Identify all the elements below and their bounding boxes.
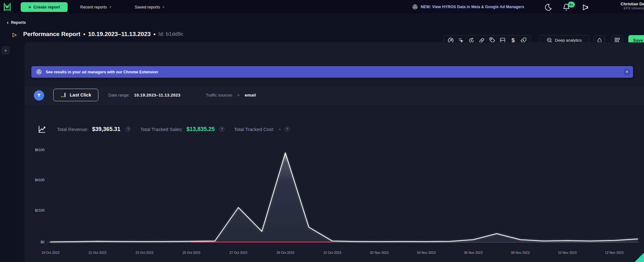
chevron-down-icon: ∨	[109, 5, 112, 8]
user-name: Christian Davi	[608, 2, 644, 6]
report-title: Performance Report	[23, 31, 80, 38]
notification-count-badge[interactable]: 9+	[568, 2, 575, 8]
page-title: Performance Report • 10.19.2023–11.13.20…	[23, 31, 183, 38]
report-id: Id: b1dd9c	[158, 31, 184, 37]
svg-text:31 Oct 2023: 31 Oct 2023	[323, 251, 341, 254]
saved-reports-menu[interactable]: Saved reports ∨	[135, 0, 165, 14]
svg-text:12 Nov 2023: 12 Nov 2023	[605, 251, 624, 254]
report-header: ‹ Reports Performance Report • 10.19.202…	[0, 14, 644, 42]
svg-text:08 Nov 2023: 08 Nov 2023	[511, 251, 530, 254]
hyros-logo-icon[interactable]	[3, 3, 12, 11]
help-icon[interactable]: ?	[284, 126, 290, 132]
recent-reports-menu[interactable]: Recent reports ∨	[80, 0, 112, 14]
deep-analytics-label: Deep analytics	[555, 38, 582, 43]
breadcrumb[interactable]: ‹ Reports	[7, 20, 26, 25]
create-report-label: Create report	[34, 5, 60, 9]
last-click-bars-icon	[60, 92, 67, 98]
stat-value-tracked-cost: -	[279, 126, 281, 133]
double-chevron-right-icon: »	[4, 48, 7, 53]
svg-text:23 Oct 2023: 23 Oct 2023	[135, 251, 153, 254]
traffic-sources-value: email	[245, 93, 256, 97]
date-range-value: 10.19.2023–11.13.2023	[134, 93, 180, 97]
svg-text:27 Oct 2023: 27 Oct 2023	[229, 251, 247, 254]
stat-value-total-revenue: $39,365.31	[92, 126, 120, 133]
user-account-menu[interactable]: Christian Davi EPX Universit	[608, 2, 644, 10]
svg-text:02 Nov 2023: 02 Nov 2023	[370, 251, 389, 254]
announcement-text: NEW: View HYROS Data in Meta & Google Ad…	[421, 5, 524, 9]
chart-tick-labels: $0$2100$4100$610019 Oct 202321 Oct 20232…	[35, 148, 624, 254]
svg-text:29 Oct 2023: 29 Oct 2023	[276, 251, 294, 254]
help-icon[interactable]: ?	[219, 126, 225, 132]
stat-label: Total Tracked Cost:	[234, 127, 274, 132]
stat-value-tracked-sales: $13,835.25	[186, 126, 215, 133]
title-separator: •	[83, 31, 86, 38]
chart-series	[50, 153, 638, 242]
chat-widget-corner[interactable]	[635, 253, 644, 262]
create-report-button[interactable]: + Create report	[21, 2, 68, 12]
close-icon[interactable]: ✕	[624, 69, 630, 75]
chevron-left-icon: ‹	[7, 20, 8, 25]
stat-label: Total Tracked Sales:	[140, 127, 183, 132]
date-range-label: Date range:	[108, 93, 130, 97]
help-icon[interactable]: ?	[125, 126, 131, 132]
chrome-icon	[412, 4, 418, 10]
traffic-sources-filter[interactable]: Traffic sources = email	[206, 89, 256, 101]
traffic-operator: =	[237, 93, 240, 97]
top-navbar: + Create report Recent reports ∨ Saved r…	[0, 0, 644, 14]
banner-text: See results in your ad managers with our…	[46, 70, 158, 74]
sidebar-expand-button[interactable]: »	[2, 46, 9, 54]
date-range-filter[interactable]: Date range: 10.19.2023–11.13.2023	[108, 89, 180, 101]
user-organization: EPX Universit	[608, 6, 644, 10]
title-date-range: 10.19.2023–11.13.2023	[88, 31, 151, 38]
line-chart-icon	[38, 125, 46, 134]
svg-text:06 Nov 2023: 06 Nov 2023	[464, 251, 483, 254]
attribution-model-button[interactable]: Last Click	[53, 89, 98, 101]
revenue-area-chart[interactable]: $0$2100$4100$610019 Oct 202321 Oct 20232…	[0, 143, 644, 259]
svg-text:$6100: $6100	[35, 148, 44, 152]
svg-text:$2100: $2100	[35, 208, 44, 212]
traffic-sources-label: Traffic sources	[206, 93, 232, 97]
svg-text:$0: $0	[41, 240, 44, 244]
attribution-model-label: Last Click	[70, 92, 91, 97]
megaphone-icon[interactable]	[580, 3, 589, 11]
chevron-down-icon: ∨	[162, 5, 165, 8]
svg-text:21 Oct 2023: 21 Oct 2023	[88, 251, 106, 254]
svg-text:04 Nov 2023: 04 Nov 2023	[417, 251, 436, 254]
chrome-extension-banner[interactable]: See results in your ad managers with our…	[31, 66, 633, 78]
dark-mode-moon-icon[interactable]	[544, 3, 552, 11]
funnel-icon	[37, 93, 41, 98]
chrome-icon	[36, 69, 42, 75]
stat-label: Total Revenue:	[57, 127, 88, 132]
summary-stats-row: Total Revenue: $39,365.31 ? Total Tracke…	[38, 123, 290, 135]
plus-icon: +	[28, 4, 31, 10]
svg-text:19 Oct 2023: 19 Oct 2023	[41, 251, 59, 254]
title-separator: •	[153, 31, 156, 38]
announcement-link[interactable]: NEW: View HYROS Data in Meta & Google Ad…	[412, 0, 524, 14]
breadcrumb-label: Reports	[11, 20, 26, 25]
svg-text:$4100: $4100	[35, 178, 44, 182]
svg-text:10 Nov 2023: 10 Nov 2023	[558, 251, 577, 254]
recent-reports-label: Recent reports	[80, 5, 107, 9]
saved-reports-label: Saved reports	[135, 5, 160, 9]
svg-text:25 Oct 2023: 25 Oct 2023	[182, 251, 200, 254]
svg-text:$: $	[471, 39, 472, 42]
filter-funnel-button[interactable]	[34, 90, 44, 101]
report-megaphone-icon	[11, 32, 17, 38]
